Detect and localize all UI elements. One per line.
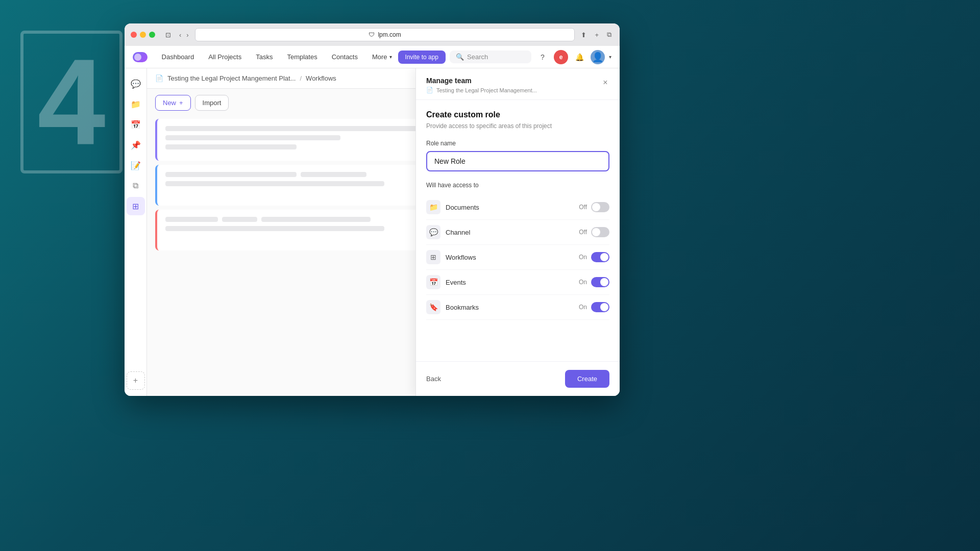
access-name-workflows: Workflows	[446, 254, 579, 261]
sidebar-item-chat[interactable]: 💬	[127, 74, 145, 93]
breadcrumb-current: Workflows	[306, 74, 336, 82]
back-browser-button[interactable]: ‹	[177, 29, 183, 41]
panel-close-button[interactable]: ×	[599, 77, 611, 89]
nav-dashboard[interactable]: Dashboard	[156, 50, 201, 64]
create-button[interactable]: Create	[565, 370, 609, 388]
notification-button[interactable]: 🔔	[572, 50, 586, 64]
new-button[interactable]: New +	[155, 95, 191, 111]
toggle-channel[interactable]	[591, 227, 609, 237]
chevron-down-icon[interactable]: ▾	[609, 54, 611, 60]
toggle-bookmarks[interactable]	[591, 302, 609, 312]
toggle-knob-events	[600, 278, 608, 286]
manage-team-panel: Manage team 📄 Testing the Legal Project …	[415, 68, 620, 396]
access-item-workflows: ⊞ Workflows On	[426, 245, 609, 270]
favicon-icon: 🛡	[369, 31, 375, 38]
plus-icon: +	[179, 99, 183, 107]
skeleton-line	[165, 226, 384, 231]
skeleton-tag	[165, 172, 297, 177]
panel-project-name: Testing the Legal Project Management...	[436, 87, 537, 93]
sidebar-item-table[interactable]: ⊞	[127, 197, 145, 215]
panel-title: Manage team	[426, 77, 609, 85]
nav-templates[interactable]: Templates	[281, 50, 323, 64]
access-item-events: 📅 Events On	[426, 270, 609, 295]
toggle-knob-bookmarks	[600, 303, 608, 311]
create-role-description: Provide access to specific areas of this…	[426, 122, 609, 130]
traffic-lights	[131, 32, 155, 38]
channel-icon: 💬	[426, 225, 440, 239]
import-button[interactable]: Import	[195, 95, 229, 111]
breadcrumb-doc-icon: 📄	[155, 74, 163, 82]
sidebar-item-calendar[interactable]: 📅	[127, 115, 145, 134]
access-name-bookmarks: Bookmarks	[446, 304, 579, 311]
access-status-documents: Off	[579, 204, 587, 211]
browser-window: ⊡ ‹ › 🛡 lpm.com ⬆ + ⧉ Dashboard All Proj…	[125, 23, 620, 396]
access-item-channel: 💬 Channel Off	[426, 220, 609, 245]
search-icon: 🔍	[456, 53, 464, 61]
close-traffic-light[interactable]	[131, 32, 137, 38]
access-item-documents: 📁 Documents Off	[426, 195, 609, 220]
documents-icon: 📁	[426, 200, 440, 214]
url-text: lpm.com	[378, 31, 401, 38]
browser-chrome: ⊡ ‹ › 🛡 lpm.com ⬆ + ⧉	[125, 23, 620, 46]
avatar[interactable]: 👤	[591, 50, 605, 64]
invite-to-app-button[interactable]: Invite to app	[398, 51, 446, 64]
watermark-number: 4	[20, 31, 122, 173]
nav-all-projects[interactable]: All Projects	[202, 50, 248, 64]
breadcrumb-separator: /	[300, 74, 302, 82]
nav-right: 🔍 Search ? e 🔔 👤 ▾	[450, 50, 611, 64]
skeleton-tag	[301, 172, 366, 177]
toggle-knob-channel	[592, 228, 600, 236]
breadcrumb-project[interactable]: Testing the Legal Project Mangement Plat…	[167, 74, 296, 82]
nav-contacts[interactable]: Contacts	[326, 50, 364, 64]
search-input[interactable]: 🔍 Search	[450, 51, 531, 63]
toggle-knob-workflows	[600, 253, 608, 261]
nav-tasks[interactable]: Tasks	[250, 50, 279, 64]
nav-items: Dashboard All Projects Tasks Templates C…	[156, 50, 398, 64]
skeleton-tag	[222, 217, 257, 222]
url-bar[interactable]: 🛡 lpm.com	[195, 28, 575, 41]
tabs-browser-button[interactable]: ⧉	[605, 29, 614, 41]
share-browser-button[interactable]: ⬆	[579, 29, 589, 41]
sidebar-item-pin[interactable]: 📌	[127, 136, 145, 154]
sidebar-toggle-button[interactable]: ⊡	[163, 29, 173, 41]
skeleton-line	[165, 126, 428, 131]
toggle-documents[interactable]	[591, 202, 609, 212]
role-name-input[interactable]	[426, 151, 609, 171]
app-nav: Dashboard All Projects Tasks Templates C…	[125, 46, 620, 68]
bell-icon: 🔔	[575, 53, 584, 61]
panel-subtitle: 📄 Testing the Legal Project Management..…	[426, 87, 609, 93]
skeleton-line	[165, 144, 297, 149]
project-area: 📄 Testing the Legal Project Mangement Pl…	[147, 68, 620, 396]
sidebar: 💬 📁 📅 📌 📝 ⧉ ⊞ +	[125, 68, 147, 396]
events-icon: 📅	[426, 275, 440, 289]
access-label: Will have access to	[426, 182, 609, 189]
bookmarks-icon: 🔖	[426, 300, 440, 314]
browser-actions: ⬆ + ⧉	[579, 29, 614, 41]
sidebar-item-layers[interactable]: ⧉	[127, 177, 145, 195]
access-status-workflows: On	[579, 254, 587, 261]
role-name-label: Role name	[426, 140, 609, 147]
main-content: 💬 📁 📅 📌 📝 ⧉ ⊞ + 📄 Testing the Legal Proj…	[125, 68, 620, 396]
sidebar-item-folder[interactable]: 📁	[127, 95, 145, 113]
skeleton-tag	[165, 217, 218, 222]
skeleton-tag	[261, 217, 371, 222]
panel-footer: Back Create	[416, 361, 620, 396]
minimize-traffic-light[interactable]	[140, 32, 146, 38]
maximize-traffic-light[interactable]	[149, 32, 155, 38]
access-status-events: On	[579, 279, 587, 286]
nav-more[interactable]: More ▾	[366, 50, 398, 64]
toggle-workflows[interactable]	[591, 252, 609, 262]
back-button[interactable]: Back	[426, 371, 441, 387]
toggle-events[interactable]	[591, 277, 609, 287]
panel-header: Manage team 📄 Testing the Legal Project …	[416, 68, 620, 100]
sidebar-add-button[interactable]: +	[127, 371, 145, 390]
help-button[interactable]: ?	[535, 50, 550, 64]
access-status-bookmarks: On	[579, 304, 587, 311]
e-button[interactable]: e	[554, 50, 568, 64]
avatar-image: 👤	[592, 52, 603, 63]
forward-browser-button[interactable]: ›	[184, 29, 190, 41]
chevron-down-icon: ▾	[389, 54, 392, 60]
new-tab-browser-button[interactable]: +	[593, 29, 601, 41]
access-name-events: Events	[446, 279, 579, 286]
sidebar-item-document[interactable]: 📝	[127, 156, 145, 174]
